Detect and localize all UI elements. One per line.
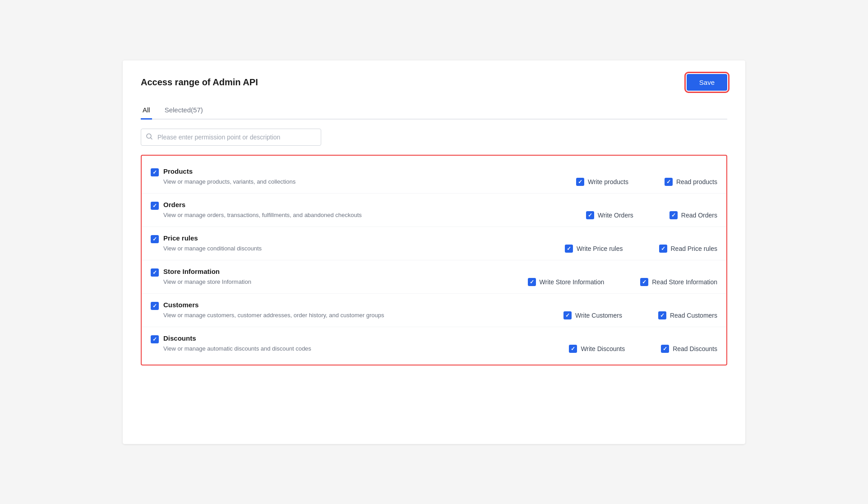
permission-options-store-information: Write Store InformationRead Store Inform… bbox=[528, 278, 717, 286]
permission-desc-price-rules: View or manage conditional discounts bbox=[163, 245, 344, 252]
svg-line-1 bbox=[151, 138, 152, 139]
permission-title-orders: Orders bbox=[163, 201, 717, 208]
permission-desc-orders: View or manage orders, transactions, ful… bbox=[163, 212, 362, 218]
permission-title-customers: Customers bbox=[163, 301, 717, 309]
checkbox-read-price-rules[interactable] bbox=[659, 245, 667, 253]
permission-desc-discounts: View or manage automatic discounts and d… bbox=[163, 345, 344, 352]
tabs: All Selected(57) bbox=[141, 102, 727, 120]
option-label-read-discounts: Read Discounts bbox=[673, 345, 717, 352]
checkbox-read-store-information[interactable] bbox=[640, 278, 648, 286]
option-write-price-rules[interactable]: Write Price rules bbox=[565, 245, 623, 253]
option-label-write-price-rules: Write Price rules bbox=[577, 245, 623, 252]
checkbox-customers[interactable] bbox=[151, 302, 159, 310]
option-label-read-customers: Read Customers bbox=[670, 312, 717, 319]
checkbox-products[interactable] bbox=[151, 168, 159, 176]
option-write-products[interactable]: Write products bbox=[576, 178, 628, 186]
permission-title-products: Products bbox=[163, 167, 717, 175]
checkbox-write-price-rules[interactable] bbox=[565, 245, 573, 253]
checkbox-read-orders[interactable] bbox=[669, 211, 678, 219]
permission-item-store-information: Store InformationView or manage store In… bbox=[142, 260, 726, 294]
option-label-write-orders: Write Orders bbox=[598, 212, 633, 219]
option-write-orders[interactable]: Write Orders bbox=[586, 211, 633, 219]
option-read-products[interactable]: Read products bbox=[665, 178, 717, 186]
checkbox-orders[interactable] bbox=[151, 202, 159, 210]
header: Access range of Admin API Save bbox=[141, 74, 727, 91]
permission-desc-store-information: View or manage store Information bbox=[163, 278, 344, 285]
search-input[interactable] bbox=[141, 129, 321, 146]
search-wrapper bbox=[141, 129, 321, 146]
option-label-write-customers: Write Customers bbox=[575, 312, 622, 319]
checkbox-store-information[interactable] bbox=[151, 268, 159, 277]
checkbox-write-store-information[interactable] bbox=[528, 278, 536, 286]
checkbox-read-products[interactable] bbox=[665, 178, 673, 186]
option-label-read-price-rules: Read Price rules bbox=[671, 245, 718, 252]
page-title: Access range of Admin API bbox=[141, 77, 258, 88]
permission-item-orders: OrdersView or manage orders, transaction… bbox=[142, 194, 726, 227]
option-label-read-store-information: Read Store Information bbox=[652, 278, 717, 286]
permission-desc-products: View or manage products, variants, and c… bbox=[163, 178, 344, 185]
option-write-customers[interactable]: Write Customers bbox=[563, 311, 622, 319]
save-button[interactable]: Save bbox=[687, 74, 727, 91]
option-label-read-products: Read products bbox=[676, 178, 717, 185]
option-label-write-store-information: Write Store Information bbox=[540, 278, 605, 286]
permission-options-products: Write productsRead products bbox=[576, 178, 717, 186]
option-read-store-information[interactable]: Read Store Information bbox=[640, 278, 717, 286]
permission-title-price-rules: Price rules bbox=[163, 234, 717, 242]
permission-options-discounts: Write DiscountsRead Discounts bbox=[569, 345, 717, 353]
checkbox-price-rules[interactable] bbox=[151, 235, 159, 243]
permission-options-orders: Write OrdersRead Orders bbox=[586, 211, 717, 219]
main-container: Access range of Admin API Save All Selec… bbox=[123, 60, 745, 444]
option-label-write-products: Write products bbox=[588, 178, 628, 185]
tab-selected[interactable]: Selected(57) bbox=[163, 102, 205, 120]
option-label-write-discounts: Write Discounts bbox=[581, 345, 625, 352]
option-write-discounts[interactable]: Write Discounts bbox=[569, 345, 625, 353]
checkbox-read-customers[interactable] bbox=[658, 311, 666, 319]
checkbox-read-discounts[interactable] bbox=[661, 345, 669, 353]
permission-title-discounts: Discounts bbox=[163, 334, 717, 342]
checkbox-write-discounts[interactable] bbox=[569, 345, 577, 353]
option-write-store-information[interactable]: Write Store Information bbox=[528, 278, 605, 286]
permissions-list: ProductsView or manage products, variant… bbox=[141, 155, 727, 365]
permission-item-products: ProductsView or manage products, variant… bbox=[142, 160, 726, 194]
permission-item-discounts: DiscountsView or manage automatic discou… bbox=[142, 327, 726, 360]
checkbox-write-customers[interactable] bbox=[563, 311, 572, 319]
tab-all[interactable]: All bbox=[141, 102, 152, 120]
option-label-read-orders: Read Orders bbox=[681, 212, 717, 219]
checkbox-discounts[interactable] bbox=[151, 335, 159, 343]
option-read-discounts[interactable]: Read Discounts bbox=[661, 345, 717, 353]
search-icon bbox=[146, 133, 152, 141]
checkbox-write-orders[interactable] bbox=[586, 211, 594, 219]
permission-item-price-rules: Price rulesView or manage conditional di… bbox=[142, 227, 726, 260]
option-read-price-rules[interactable]: Read Price rules bbox=[659, 245, 718, 253]
permission-desc-customers: View or manage customers, customer addre… bbox=[163, 312, 384, 319]
option-read-orders[interactable]: Read Orders bbox=[669, 211, 717, 219]
permission-options-customers: Write CustomersRead Customers bbox=[563, 311, 717, 319]
option-read-customers[interactable]: Read Customers bbox=[658, 311, 717, 319]
permission-title-store-information: Store Information bbox=[163, 268, 717, 275]
permission-options-price-rules: Write Price rulesRead Price rules bbox=[565, 245, 717, 253]
checkbox-write-products[interactable] bbox=[576, 178, 584, 186]
permission-item-customers: CustomersView or manage customers, custo… bbox=[142, 294, 726, 327]
